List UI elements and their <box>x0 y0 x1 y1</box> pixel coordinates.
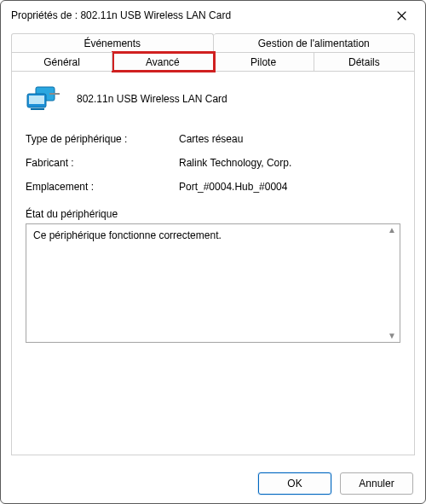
tab-label: Avancé <box>146 56 180 68</box>
tab-details[interactable]: Détails <box>314 52 415 71</box>
tab-driver[interactable]: Pilote <box>214 52 314 71</box>
device-status-box: Ce périphérique fonctionne correctement.… <box>26 223 400 343</box>
location-value: Port_#0004.Hub_#0004 <box>179 181 400 193</box>
tab-power[interactable]: Gestion de l'alimentation <box>214 33 416 52</box>
manufacturer-label: Fabricant : <box>26 157 179 169</box>
tab-strip: Événements Gestion de l'alimentation Gén… <box>11 33 415 71</box>
network-device-icon <box>26 84 63 114</box>
titlebar: Propriétés de : 802.11n USB Wireless LAN… <box>1 1 425 30</box>
tab-label: Détails <box>348 56 380 68</box>
scroll-down-icon[interactable]: ▼ <box>388 332 396 340</box>
device-status-text: Ce périphérique fonctionne correctement. <box>33 229 222 241</box>
tab-advanced[interactable]: Avancé <box>112 52 213 71</box>
dialog-content: Événements Gestion de l'alimentation Gén… <box>1 30 425 464</box>
close-button[interactable] <box>384 3 418 27</box>
manufacturer-value: Ralink Technology, Corp. <box>179 157 400 169</box>
close-icon <box>397 11 406 20</box>
device-name: 802.11n USB Wireless LAN Card <box>77 93 227 105</box>
properties-dialog: Propriétés de : 802.11n USB Wireless LAN… <box>0 0 426 504</box>
button-label: Annuler <box>359 478 394 490</box>
tab-label: Général <box>43 56 80 68</box>
device-info: Type de périphérique : Cartes réseau Fab… <box>26 133 400 193</box>
type-label: Type de périphérique : <box>26 133 179 145</box>
status-group-label: État du périphérique <box>26 208 400 220</box>
tab-panel-general: 802.11n USB Wireless LAN Card Type de pé… <box>11 71 415 455</box>
tab-label: Pilote <box>250 56 276 68</box>
svg-rect-2 <box>29 96 44 104</box>
scroll-up-icon[interactable]: ▲ <box>388 226 396 235</box>
device-header: 802.11n USB Wireless LAN Card <box>26 84 400 114</box>
tab-general[interactable]: Général <box>11 52 112 71</box>
button-label: OK <box>287 478 302 490</box>
tab-label: Gestion de l'alimentation <box>258 38 370 49</box>
window-title: Propriétés de : 802.11n USB Wireless LAN… <box>11 9 384 21</box>
tab-label: Événements <box>83 38 141 49</box>
dialog-buttons: OK Annuler <box>1 464 425 503</box>
location-label: Emplacement : <box>26 181 179 193</box>
status-scrollbar: ▲ ▼ <box>386 226 398 340</box>
cancel-button[interactable]: Annuler <box>340 472 413 495</box>
ok-button[interactable]: OK <box>258 472 331 495</box>
type-value: Cartes réseau <box>179 133 400 145</box>
tab-events[interactable]: Événements <box>11 33 214 52</box>
